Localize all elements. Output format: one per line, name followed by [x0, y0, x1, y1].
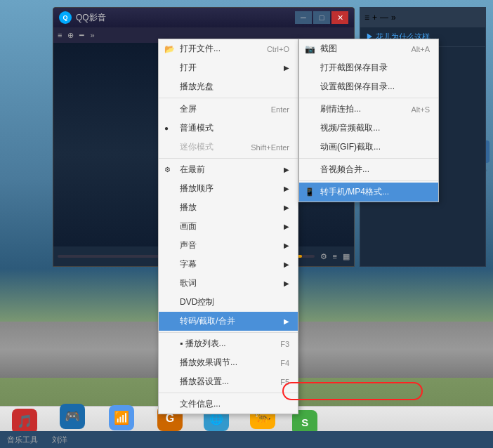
- submenu-label-convert-mobile: 转手机/MP4格式...: [320, 186, 389, 198]
- menu-item-screen[interactable]: 画面 ▶: [159, 217, 298, 236]
- netease-glyph: 🎵: [17, 414, 32, 429]
- menu-item-subtitle[interactable]: 字幕 ▶: [159, 255, 298, 274]
- music-toolbar: 音乐工具 刘洋: [0, 431, 493, 448]
- menu-label-screen: 画面: [180, 220, 197, 232]
- menu-item-play-fx[interactable]: 播放效果调节... F4: [159, 353, 298, 372]
- submenu-screenshot[interactable]: 📷 截图 Alt+A: [299, 39, 438, 58]
- settings-icon[interactable]: ⚙: [320, 252, 327, 261]
- toolbar-icon-3[interactable]: ━: [79, 31, 84, 40]
- convert-mobile-highlight: [282, 382, 423, 400]
- arrow-open: ▶: [284, 64, 289, 72]
- wifi-glyph: 📶: [114, 410, 129, 426]
- context-submenu: 📷 截图 Alt+A 打开截图保存目录 设置截图保存目录... 刷情连拍... …: [298, 39, 439, 202]
- menu-label-open: 打开: [180, 62, 197, 74]
- shortcut-play-fx: F4: [280, 359, 289, 367]
- submenu-label-video-audio-capture: 视频/音频截取...: [320, 122, 380, 134]
- submenu-separator-1: [299, 98, 438, 98]
- submenu-label-gif-capture: 动画(GIF)截取...: [320, 141, 381, 153]
- close-button[interactable]: ✕: [331, 11, 348, 24]
- submenu-label-screenshot: 截图: [320, 43, 337, 55]
- menu-item-play-disc[interactable]: 播放光盘: [159, 77, 298, 96]
- menu-label-sound: 声音: [180, 239, 197, 251]
- menu-item-play[interactable]: 播放 ▶: [159, 198, 298, 217]
- studio-glyph: S: [301, 416, 308, 428]
- submenu-convert-mobile[interactable]: 📱 转手机/MP4格式...: [299, 183, 438, 202]
- arrow-transcode: ▶: [284, 317, 289, 325]
- submenu-burst-shot[interactable]: 刷情连拍... Alt+S: [299, 100, 438, 119]
- separator-3: [159, 332, 298, 333]
- music-user-label: 刘洋: [52, 435, 67, 445]
- menu-label-play-disc: 播放光盘: [180, 81, 213, 93]
- menu-item-open-file[interactable]: 📂 打开文件... Ctrl+O: [159, 39, 298, 58]
- submenu-set-screenshot-dir[interactable]: 设置截图保存目录...: [299, 77, 438, 96]
- menu-label-transcode: 转码/截取/合并: [180, 315, 235, 327]
- menu-item-play-order[interactable]: 播放顺序 ▶: [159, 179, 298, 198]
- toolbar-icon-2[interactable]: ⊕: [67, 31, 74, 40]
- arrow-lyrics: ▶: [284, 279, 289, 287]
- maximize-button[interactable]: □: [313, 11, 330, 24]
- menu-item-dvd[interactable]: DVD控制: [159, 293, 298, 312]
- menu-item-playlist[interactable]: ▪ 播放列表... F3: [159, 334, 298, 353]
- arrow-play-order: ▶: [284, 185, 289, 192]
- menu-label-mini-mode: 迷你模式: [180, 141, 213, 153]
- wifi-icon: 📶: [109, 405, 134, 430]
- menu-item-file-info[interactable]: 文件信息...: [159, 395, 298, 414]
- shortcut-player-settings: F5: [280, 378, 289, 386]
- menu-item-on-top[interactable]: ⚙ 在最前 ▶: [159, 160, 298, 179]
- context-menu: 📂 打开文件... Ctrl+O 打开 ▶ 播放光盘 全屏 Enter ● 普通…: [158, 39, 298, 414]
- menu-item-normal-mode[interactable]: ● 普通模式: [159, 119, 298, 138]
- submenu-video-audio-capture[interactable]: 视频/音频截取...: [299, 119, 438, 138]
- arrow-sound: ▶: [284, 242, 289, 249]
- shortcut-playlist: F3: [280, 340, 289, 348]
- shortcut-screenshot: Alt+A: [411, 45, 430, 53]
- music-tool-label: 音乐工具: [7, 435, 38, 445]
- arrow-play: ▶: [284, 204, 289, 211]
- menu-item-player-settings[interactable]: 播放器设置... F5: [159, 372, 298, 391]
- submenu-open-screenshot-dir[interactable]: 打开截图保存目录: [299, 58, 438, 77]
- menu-item-lyrics[interactable]: 歌词 ▶: [159, 274, 298, 293]
- menu-label-play: 播放: [180, 202, 197, 213]
- player-title-text: QQ影音: [76, 12, 295, 24]
- tencent-glyph: 🎮: [65, 409, 80, 424]
- playlist-icon-4[interactable]: »: [391, 13, 396, 22]
- minimize-button[interactable]: ─: [295, 11, 312, 24]
- open-file-menu-icon: 📂: [164, 44, 175, 54]
- shortcut-burst: Alt+S: [411, 105, 430, 114]
- menu-label-fullscreen: 全屏: [180, 103, 197, 115]
- mobile-icon: 📱: [305, 187, 315, 197]
- on-top-icon: ⚙: [164, 166, 171, 173]
- submenu-label-open-screenshot-dir: 打开截图保存目录: [320, 62, 388, 74]
- netease-icon: 🎵: [12, 409, 37, 434]
- playlist-toolbar: ≡ + — »: [360, 8, 485, 27]
- menu-label-dvd: DVD控制: [180, 296, 214, 308]
- menu-label-normal-mode: 普通模式: [180, 122, 213, 134]
- menu-item-transcode[interactable]: 转码/截取/合并 ▶: [159, 312, 298, 331]
- menu-item-mini-mode[interactable]: 迷你模式 Shift+Enter: [159, 138, 298, 157]
- submenu-separator-2: [299, 158, 438, 159]
- tencent-icon: 🎮: [60, 404, 85, 429]
- submenu-audio-merge[interactable]: 音视频合并...: [299, 160, 438, 179]
- submenu-separator-3: [299, 180, 438, 181]
- playlist-icon-1[interactable]: ≡: [364, 13, 369, 22]
- menu-item-open[interactable]: 打开 ▶: [159, 58, 298, 77]
- menu-item-sound[interactable]: 声音 ▶: [159, 236, 298, 255]
- toolbar-icon-4[interactable]: »: [90, 31, 94, 39]
- playlist-icon-3[interactable]: —: [380, 13, 388, 22]
- shortcut-open-file: Ctrl+O: [267, 45, 289, 53]
- playlist-icon-2[interactable]: +: [372, 13, 377, 22]
- submenu-label-audio-merge: 音视频合并...: [320, 164, 369, 176]
- arrow-subtitle: ▶: [284, 261, 289, 268]
- playlist-toggle-icon[interactable]: ≡: [333, 252, 337, 261]
- menu-item-fullscreen[interactable]: 全屏 Enter: [159, 100, 298, 119]
- separator-1: [159, 98, 298, 98]
- view-icon[interactable]: ▦: [343, 252, 350, 261]
- check-normal-mode: ●: [164, 124, 169, 132]
- menu-label-playlist: ▪ 播放列表...: [180, 338, 226, 350]
- titlebar-right: ─ □ ✕: [295, 11, 348, 24]
- player-logo: Q: [59, 11, 72, 24]
- toolbar-icon-1[interactable]: ≡: [58, 31, 62, 39]
- submenu-gif-capture[interactable]: 动画(GIF)截取...: [299, 138, 438, 157]
- submenu-label-set-screenshot-dir: 设置截图保存目录...: [320, 81, 395, 93]
- player-titlebar: Q QQ影音 ─ □ ✕: [53, 8, 354, 27]
- shortcut-mini-mode: Shift+Enter: [251, 143, 289, 152]
